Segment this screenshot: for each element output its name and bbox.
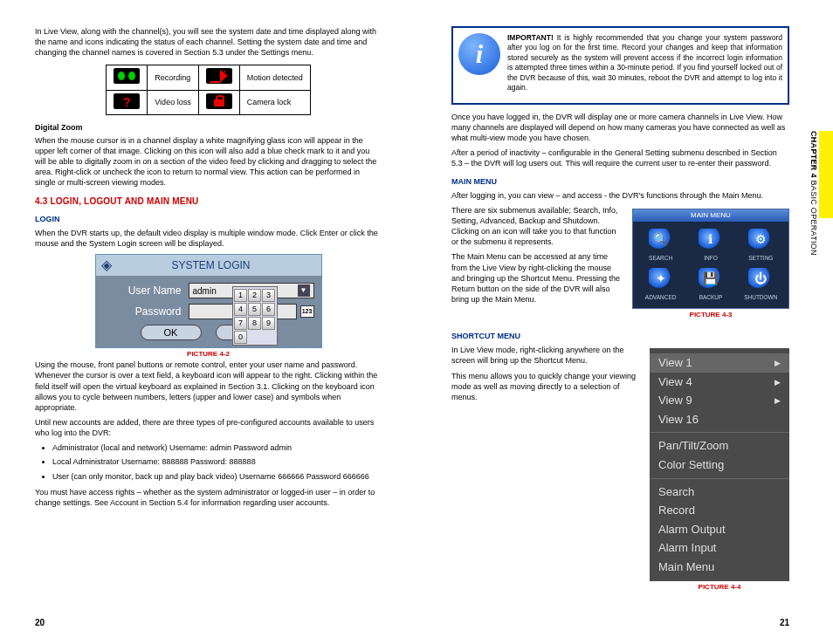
recording-label: Recording [148, 65, 198, 90]
view-4[interactable]: View 4▶ [650, 373, 789, 392]
view-1[interactable]: View 1▶ [650, 353, 789, 373]
gear-icon [748, 229, 773, 253]
username-label: User Name [103, 284, 182, 298]
status-icon-table: Recording Motion detected Video loss Cam… [106, 65, 310, 114]
picture-4-2-caption: PICTURE 4-2 [35, 350, 382, 360]
info-menu-icon [699, 229, 723, 253]
password-label: Password [103, 305, 182, 319]
chapter-tab [819, 131, 833, 218]
account-admin: Administrator (local and network) Userna… [52, 442, 382, 453]
sc-alarm-input[interactable]: Alarm Input [650, 538, 789, 558]
dialog-title: SYSTEM LOGIN [122, 258, 300, 272]
recording-icon [114, 68, 140, 84]
menu-search[interactable]: SEARCH [638, 229, 683, 263]
video-loss-icon [114, 93, 140, 109]
digital-zoom-text: When the mouse cursor is in a channel di… [35, 135, 382, 188]
shortcut-menu-heading: SHORTCUT MENU [451, 331, 789, 341]
key-5[interactable]: 5 [248, 303, 261, 316]
video-loss-label: Video loss [148, 90, 198, 114]
important-label: IMPORTANT! [507, 33, 554, 42]
sc-search[interactable]: Search [650, 483, 789, 502]
digital-zoom-heading: Digital Zoom [35, 122, 382, 133]
key-2[interactable]: 2 [248, 289, 261, 302]
menu-info[interactable]: INFO [688, 229, 733, 263]
shutdown-icon [748, 268, 773, 292]
view-16[interactable]: View 16 [650, 410, 789, 429]
sc-alarm-output[interactable]: Alarm Output [650, 520, 789, 539]
key-1[interactable]: 1 [234, 289, 247, 302]
camera-lock-icon [206, 93, 232, 109]
menu-advanced[interactable]: ADVANCED [638, 268, 683, 302]
account-local: Local Administrator Username: 888888 Pas… [52, 456, 382, 467]
motion-label: Motion detected [239, 65, 310, 90]
login-para-4: You must have access rights – whether as… [35, 487, 382, 508]
key-0[interactable]: 0 [234, 331, 247, 344]
key-6[interactable]: 6 [262, 303, 275, 316]
section-4-3-heading: 4.3 LOGIN, LOGOUT AND MAIN MENU [35, 195, 382, 208]
motion-icon [206, 68, 232, 84]
key-9[interactable]: 9 [262, 317, 275, 330]
chevron-right-icon: ▶ [774, 358, 781, 368]
chevron-down-icon[interactable]: ▼ [298, 284, 310, 297]
key-4[interactable]: 4 [234, 303, 247, 316]
view-9[interactable]: View 9▶ [650, 391, 789, 410]
important-box: i IMPORTANT! It is highly recommended th… [451, 26, 789, 105]
camera-lock-label: Camera lock [239, 90, 310, 114]
login-para-3: Until new accounts are added, there are … [35, 417, 382, 438]
chevron-right-icon: ▶ [774, 377, 781, 387]
login-para-2: Using the mouse, front panel buttons or … [35, 360, 382, 413]
ptz[interactable]: Pan/Tilt/Zoom [650, 436, 789, 456]
separator [650, 432, 789, 433]
key-8[interactable]: 8 [248, 317, 261, 330]
separator [650, 478, 789, 479]
login-para-1: When the DVR starts up, the default vide… [35, 228, 382, 249]
menu-shutdown[interactable]: SHUTDOWN [739, 268, 783, 302]
dialog-icon [101, 257, 117, 273]
page-number-right: 21 [780, 617, 789, 629]
main-menu-title: MAIN MENU [633, 209, 788, 222]
accounts-list: Administrator (local and network) Userna… [52, 442, 382, 481]
shortcut-menu: View 1▶ View 4▶ View 9▶ View 16 Pan/Tilt… [650, 348, 789, 581]
left-page: In Live View, along with the channel(s),… [0, 0, 416, 644]
picture-4-4-caption: PICTURE 4-4 [650, 583, 789, 593]
sc-main-menu[interactable]: Main Menu [650, 558, 789, 577]
key-3[interactable]: 3 [262, 289, 275, 302]
right-para-1: Once you have logged in, the DVR will di… [451, 112, 789, 143]
menu-backup[interactable]: BACKUP [688, 268, 733, 302]
account-user: User (can only monitor, back up and play… [52, 471, 382, 482]
right-page: i IMPORTANT! It is highly recommended th… [416, 0, 833, 644]
advanced-icon [649, 268, 673, 292]
search-icon [649, 229, 673, 253]
main-menu-intro: After logging in, you can view – and acc… [451, 190, 789, 201]
login-heading: LOGIN [35, 214, 382, 224]
page-number-left: 20 [35, 617, 45, 629]
main-menu-screenshot: MAIN MENU SEARCH INFO SETTING ADVANCED B… [632, 209, 789, 310]
chevron-right-icon: ▶ [774, 395, 781, 406]
menu-setting[interactable]: SETTING [739, 229, 783, 263]
intro-text: In Live View, along with the channel(s),… [35, 26, 382, 58]
backup-icon [699, 268, 723, 292]
ok-button[interactable]: OK [141, 325, 202, 340]
key-7[interactable]: 7 [234, 317, 247, 330]
picture-4-3-caption: PICTURE 4-3 [632, 311, 789, 320]
numeric-keypad: 1 2 3 4 5 6 7 8 9 0 [232, 286, 278, 346]
important-text: It is highly recommended that you change… [507, 33, 782, 92]
chapter-label: CHAPTER 4 BASIC OPERATION [809, 131, 819, 256]
username-value: admin [193, 285, 217, 298]
info-icon: i [458, 33, 500, 75]
system-login-dialog: SYSTEM LOGIN User Name admin ▼ Password … [95, 254, 322, 348]
right-para-2: After a period of inactivity – configura… [451, 147, 789, 168]
color-setting[interactable]: Color Setting [650, 456, 789, 475]
sc-record[interactable]: Record [650, 501, 789, 520]
main-menu-heading: MAIN MENU [451, 176, 789, 187]
keyboard-mode-icon[interactable]: 123 [300, 305, 314, 318]
